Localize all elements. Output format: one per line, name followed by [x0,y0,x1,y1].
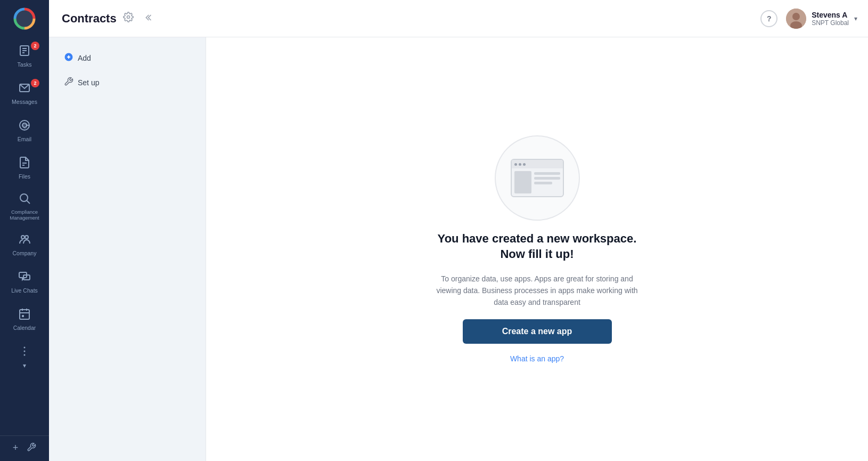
sidebar: 2 Tasks 2 Messages [0,0,49,461]
content-wrapper: Add Set up [49,37,868,461]
settings-icon[interactable] [123,12,134,25]
browser-line-3 [534,182,552,184]
header-left: Contracts [62,12,155,26]
svg-point-12 [20,194,28,201]
svg-point-26 [127,16,129,19]
svg-point-14 [21,236,24,239]
add-icon[interactable]: + [13,442,19,455]
sidebar-logo[interactable] [0,0,49,37]
svg-point-23 [24,346,26,348]
compliance-label: Compliance Management [2,209,47,221]
svg-point-24 [24,350,26,352]
browser-dot-3 [523,163,526,166]
more-icon [18,345,31,360]
browser-dot-2 [519,163,521,166]
sidebar-item-email[interactable]: @ Email [0,112,49,149]
browser-line-1 [534,172,560,175]
main-wrapper: Contracts ? [49,0,868,461]
user-name: Stevens A [812,11,849,19]
add-label: Add [78,54,91,62]
sidebar-bottom: + [0,435,49,461]
email-icon: @ [18,119,31,134]
svg-line-13 [27,201,30,204]
browser-left-block [514,171,531,193]
browser-body [512,168,563,196]
left-panel: Add Set up [49,37,206,461]
svg-point-28 [792,13,800,20]
tasks-icon [18,44,31,59]
chevron-down-icon: ▾ [854,15,857,22]
svg-point-15 [25,236,28,239]
sidebar-item-more[interactable]: ▾ [0,338,49,376]
setup-label: Set up [78,78,99,87]
add-item[interactable]: Add [58,48,197,68]
browser-bar [512,160,563,168]
create-app-button[interactable]: Create a new app [463,319,612,344]
more-chevron: ▾ [23,362,26,369]
browser-mockup [511,159,564,197]
livechats-icon [18,270,31,285]
setup-item[interactable]: Set up [58,72,197,93]
sidebar-item-messages[interactable]: 2 Messages [0,75,49,112]
messages-badge: 2 [31,79,39,87]
browser-line-2 [534,177,560,180]
svg-point-25 [24,354,26,355]
sidebar-item-files[interactable]: Files [0,149,49,187]
sidebar-item-livechats[interactable]: Live Chats [0,264,49,301]
messages-label: Messages [12,99,37,106]
user-details: Stevens A SNPT Global [812,11,849,27]
svg-rect-18 [20,310,29,319]
messages-icon [18,82,31,96]
sidebar-item-calendar[interactable]: Calendar [0,301,49,338]
help-button[interactable]: ? [760,10,777,27]
empty-state: You have created a new workspace. Now fi… [431,135,644,362]
tasks-badge: 2 [31,42,39,50]
empty-description: To organize data, use apps. Apps are gre… [431,273,644,309]
user-org: SNPT Global [812,19,849,27]
company-icon [18,233,31,248]
empty-state-icon [495,135,580,221]
sidebar-navigation: 2 Tasks 2 Messages [0,37,49,435]
main-content: You have created a new workspace. Now fi… [206,37,868,461]
browser-dot-1 [514,163,517,166]
sidebar-item-tasks[interactable]: 2 Tasks [0,37,49,75]
browser-right-lines [534,171,560,193]
wrench-icon[interactable] [27,442,36,455]
calendar-icon [18,308,31,322]
collapse-button[interactable] [144,12,155,25]
add-panel-icon [64,52,73,64]
empty-heading: You have created a new workspace. Now fi… [431,231,644,262]
svg-rect-22 [22,315,24,317]
what-is-app-link[interactable]: What is an app? [510,354,564,363]
calendar-label: Calendar [13,325,36,331]
company-label: Company [13,250,37,257]
files-label: Files [19,173,30,180]
files-icon [18,156,31,171]
header: Contracts ? [49,0,868,37]
sidebar-item-company[interactable]: Company [0,227,49,264]
setup-icon [64,77,73,88]
svg-text:@: @ [22,123,28,128]
user-profile[interactable]: Stevens A SNPT Global ▾ [786,9,857,29]
page-title: Contracts [62,12,117,26]
avatar [786,9,806,29]
header-right: ? Stevens A SNPT Global ▾ [760,9,857,29]
livechats-label: Live Chats [11,287,38,294]
tasks-label: Tasks [18,61,32,68]
compliance-icon [18,192,31,207]
sidebar-item-compliance[interactable]: Compliance Management [0,187,49,227]
email-label: Email [18,136,31,143]
